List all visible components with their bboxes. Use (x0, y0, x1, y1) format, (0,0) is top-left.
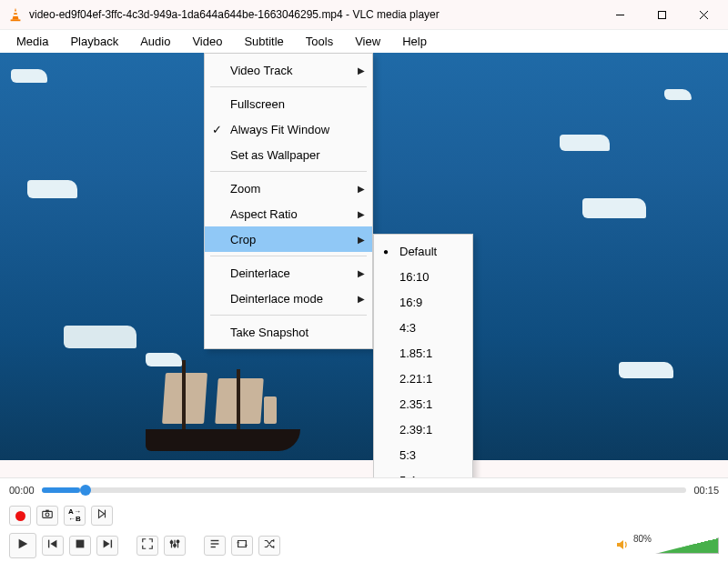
record-icon (15, 511, 25, 521)
submenu-arrow-icon: ▶ (358, 184, 365, 194)
crop-option-235-1[interactable]: 2.35:1 (374, 391, 472, 416)
seek-progress (42, 487, 81, 493)
crop-option-4-3[interactable]: 4:3 (374, 315, 472, 340)
menu-item-aspect-ratio[interactable]: Aspect Ratio▶ (205, 201, 372, 226)
video-content (619, 362, 673, 378)
maximize-button[interactable] (641, 0, 682, 29)
video-menu-dropdown: Video Track▶ Fullscreen ✓Always Fit Wind… (204, 53, 373, 349)
menu-audio[interactable]: Audio (129, 31, 181, 52)
close-button[interactable] (682, 0, 724, 29)
snapshot-button[interactable] (36, 506, 58, 526)
menu-view[interactable]: View (344, 31, 391, 52)
bullet-icon: ● (383, 246, 389, 256)
seek-thumb[interactable] (80, 485, 91, 496)
loop-ab-button[interactable]: A→←B (64, 506, 86, 526)
svg-marker-30 (272, 539, 275, 543)
window-buttons (599, 0, 724, 29)
minimize-button[interactable] (599, 0, 641, 29)
submenu-arrow-icon: ▶ (358, 235, 365, 245)
svg-point-24 (177, 540, 179, 543)
submenu-arrow-icon: ▶ (358, 209, 365, 219)
menu-media[interactable]: Media (5, 31, 59, 52)
playlist-icon (208, 537, 221, 554)
stop-icon (74, 537, 86, 554)
skip-previous-icon (46, 537, 59, 554)
speaker-icon[interactable] (615, 537, 630, 554)
menu-playback[interactable]: Playback (59, 31, 129, 52)
loop-icon (236, 537, 248, 554)
menu-item-fullscreen[interactable]: Fullscreen (205, 91, 372, 116)
menu-subtitle[interactable]: Subtitle (233, 31, 294, 52)
menu-help[interactable]: Help (391, 31, 438, 52)
record-button[interactable] (9, 506, 31, 526)
seek-slider[interactable] (42, 487, 687, 493)
stop-button[interactable] (69, 536, 91, 556)
volume-control: 80% (615, 537, 719, 554)
video-content (582, 198, 646, 218)
video-content (27, 180, 77, 198)
player-controls: 00:00 00:15 A→←B 80% (0, 477, 728, 562)
menu-item-take-snapshot[interactable]: Take Snapshot (205, 319, 372, 345)
camera-icon (41, 507, 54, 524)
video-content (64, 326, 136, 348)
svg-rect-10 (46, 510, 49, 512)
extended-settings-button[interactable] (164, 536, 186, 556)
time-elapsed[interactable]: 00:00 (9, 485, 35, 496)
shuffle-icon (263, 537, 276, 554)
volume-percent: 80% (633, 534, 652, 544)
svg-rect-16 (76, 540, 85, 548)
menu-video[interactable]: Video (181, 31, 233, 52)
submenu-arrow-icon: ▶ (358, 294, 365, 304)
menu-item-set-as-wallpaper[interactable]: Set as Wallpaper (205, 142, 372, 167)
shuffle-button[interactable] (258, 536, 280, 556)
crop-option-221-1[interactable]: 2.21:1 (374, 366, 472, 391)
video-content (560, 135, 610, 151)
svg-point-23 (174, 544, 177, 547)
menu-separator (210, 171, 367, 172)
volume-slider[interactable] (655, 537, 719, 554)
svg-marker-28 (237, 541, 240, 543)
frame-step-button[interactable] (91, 506, 113, 526)
menu-item-deinterlace-mode[interactable]: Deinterlace mode▶ (205, 286, 372, 311)
previous-button[interactable] (42, 536, 64, 556)
equalizer-icon (168, 537, 181, 554)
secondary-toolbar: A→←B (0, 502, 728, 529)
crop-option-16-9[interactable]: 16:9 (374, 289, 472, 315)
menu-item-deinterlace[interactable]: Deinterlace▶ (205, 260, 372, 286)
menu-bar: Media Playback Audio Video Subtitle Tool… (0, 29, 728, 53)
submenu-arrow-icon: ▶ (358, 65, 365, 75)
menu-item-always-fit-window[interactable]: ✓Always Fit Window (205, 116, 372, 142)
svg-marker-31 (272, 546, 275, 549)
svg-marker-29 (245, 545, 248, 547)
crop-option-185-1[interactable]: 1.85:1 (374, 340, 472, 366)
crop-option-default[interactable]: ●Default (374, 238, 472, 264)
check-icon: ✓ (212, 123, 222, 136)
svg-marker-13 (19, 539, 28, 549)
menu-tools[interactable]: Tools (295, 31, 344, 52)
playlist-button[interactable] (204, 536, 226, 556)
svg-marker-15 (50, 540, 56, 548)
svg-point-9 (46, 513, 49, 517)
play-button[interactable] (9, 533, 36, 558)
video-content (146, 351, 300, 451)
loop-button[interactable] (231, 536, 253, 556)
next-button[interactable] (96, 536, 118, 556)
ab-loop-icon: A→←B (68, 508, 81, 523)
menu-separator (210, 86, 367, 87)
svg-point-22 (170, 541, 173, 544)
svg-rect-5 (658, 11, 665, 18)
menu-item-crop[interactable]: Crop▶ (205, 226, 372, 252)
video-content (664, 89, 692, 100)
title-bar: video-ed9f04ef-3ffc-4c3d-949a-1da644a644… (0, 0, 728, 29)
menu-item-zoom[interactable]: Zoom▶ (205, 176, 372, 201)
svg-rect-2 (13, 15, 17, 16)
crop-option-239-1[interactable]: 2.39:1 (374, 416, 472, 442)
vlc-cone-icon (7, 6, 24, 23)
fullscreen-button[interactable] (136, 536, 158, 556)
crop-option-5-3[interactable]: 5:3 (374, 442, 472, 467)
svg-marker-17 (104, 540, 110, 548)
crop-option-16-10[interactable]: 16:10 (374, 264, 472, 289)
time-total[interactable]: 00:15 (693, 485, 719, 496)
menu-item-video-track[interactable]: Video Track▶ (205, 57, 372, 83)
fullscreen-icon (141, 537, 154, 554)
